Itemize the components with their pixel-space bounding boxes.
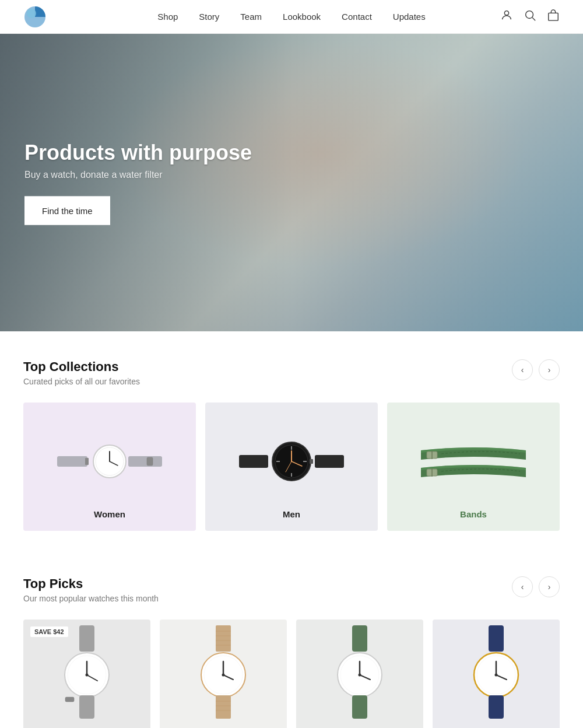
nav-team[interactable]: Team <box>240 12 262 22</box>
svg-point-57 <box>359 674 361 677</box>
picks-title-group: Top Picks Our most popular watches this … <box>23 576 159 603</box>
svg-point-35 <box>86 674 89 677</box>
logo[interactable] <box>23 5 47 29</box>
hero-subtitle: Buy a watch, donate a water filter <box>24 170 252 180</box>
collection-bands-label: Bands <box>460 509 487 519</box>
svg-point-3 <box>526 11 533 19</box>
svg-rect-13 <box>147 457 153 466</box>
collection-men-label: Men <box>283 509 300 519</box>
collections-grid: Women <box>23 402 560 531</box>
collection-women-image <box>41 439 179 485</box>
pick-card-4[interactable] <box>433 620 560 728</box>
navbar: Shop Story Team Lookbook Contact Updates <box>0 0 583 34</box>
collection-bands[interactable]: Bands <box>387 402 560 531</box>
picks-prev-button[interactable]: ‹ <box>512 576 533 597</box>
pick-card-3[interactable] <box>296 620 423 728</box>
svg-rect-48 <box>216 695 231 719</box>
save-badge-1: SAVE $42 <box>30 626 68 637</box>
pick-image-1: SAVE $42 <box>23 620 150 724</box>
svg-rect-12 <box>128 456 162 467</box>
svg-point-64 <box>495 674 498 677</box>
nav-story[interactable]: Story <box>199 12 219 22</box>
collection-women[interactable]: Women <box>23 402 196 531</box>
svg-point-1 <box>27 9 36 18</box>
svg-rect-24 <box>310 459 313 464</box>
svg-rect-36 <box>79 695 94 719</box>
pick-card-2[interactable] <box>160 620 287 728</box>
collections-next-button[interactable]: › <box>539 359 560 380</box>
svg-point-2 <box>504 11 508 15</box>
picks-subtitle: Our most popular watches this month <box>23 594 159 603</box>
collections-title-group: Top Collections Curated picks of all our… <box>23 359 140 386</box>
picks-header: Top Picks Our most popular watches this … <box>23 576 560 603</box>
hero-title: Products with purpose <box>24 141 252 165</box>
svg-rect-58 <box>352 695 367 719</box>
picks-carousel-controls: ‹ › <box>512 576 560 597</box>
hero-content: Products with purpose Buy a watch, donat… <box>24 141 252 225</box>
collection-women-label: Women <box>94 509 125 519</box>
svg-rect-25 <box>315 455 344 468</box>
collections-title: Top Collections <box>23 359 140 374</box>
bag-icon[interactable] <box>547 9 560 24</box>
nav-updates[interactable]: Updates <box>393 12 426 22</box>
collection-men[interactable]: Men <box>205 402 378 531</box>
collections-prev-button[interactable]: ‹ <box>512 359 533 380</box>
svg-point-47 <box>222 674 225 677</box>
collection-men-image <box>223 436 361 488</box>
collections-subtitle: Curated picks of all our favorites <box>23 377 140 386</box>
nav-lookbook[interactable]: Lookbook <box>283 12 321 22</box>
nav-shop[interactable]: Shop <box>157 12 178 22</box>
svg-rect-30 <box>79 625 94 652</box>
svg-rect-14 <box>239 455 268 468</box>
hero-section: Products with purpose Buy a watch, donat… <box>0 34 583 331</box>
collections-header: Top Collections Curated picks of all our… <box>23 359 560 386</box>
svg-rect-65 <box>489 695 504 719</box>
top-picks-section: Top Picks Our most popular watches this … <box>0 548 583 728</box>
nav-contact[interactable]: Contact <box>342 12 372 22</box>
pick-image-3 <box>296 620 423 724</box>
account-icon[interactable] <box>500 9 513 24</box>
top-collections-section: Top Collections Curated picks of all our… <box>0 331 583 548</box>
search-icon[interactable] <box>524 9 536 24</box>
nav-links: Shop Story Team Lookbook Contact Updates <box>157 12 425 22</box>
picks-grid: SAVE $42 <box>23 620 560 728</box>
pick-image-2 <box>160 620 287 724</box>
collections-carousel-controls: ‹ › <box>512 359 560 380</box>
svg-rect-52 <box>352 625 367 652</box>
svg-rect-37 <box>65 697 74 702</box>
svg-rect-5 <box>549 13 559 20</box>
svg-rect-7 <box>85 458 89 465</box>
svg-rect-38 <box>216 625 231 652</box>
svg-rect-59 <box>489 625 504 652</box>
picks-title: Top Picks <box>23 576 159 592</box>
picks-next-button[interactable]: › <box>539 576 560 597</box>
svg-rect-6 <box>57 456 87 467</box>
nav-icon-group <box>500 9 560 24</box>
hero-cta-button[interactable]: Find the time <box>24 197 110 225</box>
svg-line-4 <box>532 18 535 20</box>
pick-card-1[interactable]: SAVE $42 <box>23 620 150 728</box>
pick-image-4 <box>433 620 560 724</box>
collection-bands-image <box>405 439 543 485</box>
